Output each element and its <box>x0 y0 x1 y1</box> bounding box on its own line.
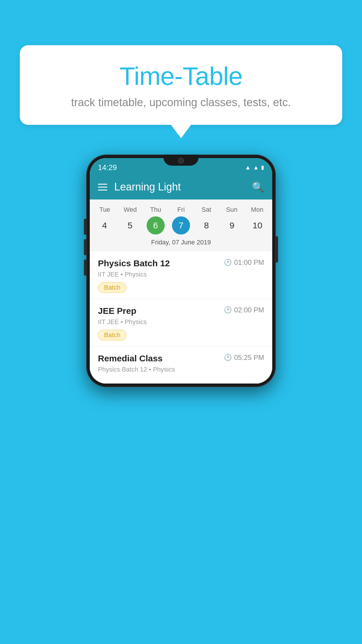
schedule-item-3[interactable]: Remedial Class 🕐 05:25 PM Physics Batch … <box>90 346 272 384</box>
hamburger-menu-icon[interactable] <box>98 184 107 190</box>
speech-bubble: Time-Table track timetable, upcoming cla… <box>20 45 342 125</box>
app-header: Learning Light 🔍 <box>90 174 272 200</box>
date-10[interactable]: 10 <box>245 216 270 235</box>
schedule-item-3-time-block: 🕐 05:25 PM <box>224 354 264 362</box>
clock-icon-1: 🕐 <box>224 259 232 266</box>
status-time: 14:29 <box>98 163 117 172</box>
date-6-today[interactable]: 6 <box>147 216 165 235</box>
schedule-item-2-badge: Batch <box>98 330 126 340</box>
speech-bubble-section: Time-Table track timetable, upcoming cla… <box>20 45 342 138</box>
schedule-item-1-title: Physics Batch 12 <box>98 258 170 268</box>
date-5[interactable]: 5 <box>117 216 142 235</box>
date-4[interactable]: 4 <box>92 216 117 235</box>
day-sat: Sat <box>194 204 219 215</box>
schedule-item-1-time: 01:00 PM <box>234 258 264 267</box>
signal-icon: ▲ <box>253 164 259 171</box>
day-tue: Tue <box>92 204 117 215</box>
bubble-title: Time-Table <box>37 61 325 91</box>
schedule-item-1-meta: IIT JEE • Physics <box>98 271 264 278</box>
date-8[interactable]: 8 <box>194 216 219 235</box>
phone-outer: 14:29 ▲ ▲ ▮ Learning Light 🔍 <box>86 155 276 387</box>
schedule-item-3-header: Remedial Class 🕐 05:25 PM <box>98 354 264 363</box>
day-numbers: 4 5 6 7 8 9 10 <box>90 215 272 237</box>
day-thu: Thu <box>143 204 168 215</box>
schedule-item-2-time-block: 🕐 02:00 PM <box>224 306 264 314</box>
schedule-item-1[interactable]: Physics Batch 12 🕐 01:00 PM IIT JEE • Ph… <box>90 251 272 299</box>
status-icons: ▲ ▲ ▮ <box>245 164 264 171</box>
schedule-list: Physics Batch 12 🕐 01:00 PM IIT JEE • Ph… <box>90 251 272 384</box>
speech-bubble-tail <box>171 124 191 138</box>
schedule-item-1-time-block: 🕐 01:00 PM <box>224 258 264 267</box>
date-9[interactable]: 9 <box>219 216 244 235</box>
phone-notch <box>164 155 198 166</box>
wifi-icon: ▲ <box>245 164 251 171</box>
day-mon: Mon <box>245 204 270 215</box>
search-icon[interactable]: 🔍 <box>252 181 264 193</box>
day-headers: Tue Wed Thu Fri Sat Sun Mon <box>90 204 272 215</box>
schedule-item-1-header: Physics Batch 12 🕐 01:00 PM <box>98 258 264 268</box>
day-sun: Sun <box>219 204 245 215</box>
date-7-selected[interactable]: 7 <box>172 216 190 235</box>
selected-date-label: Friday, 07 June 2019 <box>90 237 272 250</box>
schedule-item-2-header: JEE Prep 🕐 02:00 PM <box>98 306 264 316</box>
schedule-item-2-time: 02:00 PM <box>234 306 264 314</box>
day-fri: Fri <box>168 204 194 215</box>
schedule-item-2[interactable]: JEE Prep 🕐 02:00 PM IIT JEE • Physics Ba… <box>90 299 272 346</box>
schedule-item-1-badge: Batch <box>98 282 126 293</box>
calendar-strip: Tue Wed Thu Fri Sat Sun Mon 4 5 6 7 8 9 … <box>90 200 272 251</box>
battery-icon: ▮ <box>261 164 264 171</box>
schedule-item-3-meta: Physics Batch 12 • Physics <box>98 366 264 373</box>
day-wed: Wed <box>117 204 143 215</box>
schedule-item-3-time: 05:25 PM <box>234 354 264 362</box>
app-header-title: Learning Light <box>114 181 245 193</box>
phone-screen: 14:29 ▲ ▲ ▮ Learning Light 🔍 <box>90 158 272 384</box>
schedule-item-3-title: Remedial Class <box>98 354 163 363</box>
bubble-subtitle: track timetable, upcoming classes, tests… <box>37 96 325 109</box>
schedule-item-2-meta: IIT JEE • Physics <box>98 318 264 326</box>
clock-icon-3: 🕐 <box>224 354 232 361</box>
schedule-item-2-title: JEE Prep <box>98 306 136 316</box>
front-camera <box>178 158 184 164</box>
phone-wrapper: 14:29 ▲ ▲ ▮ Learning Light 🔍 <box>86 155 276 387</box>
clock-icon-2: 🕐 <box>224 306 232 314</box>
